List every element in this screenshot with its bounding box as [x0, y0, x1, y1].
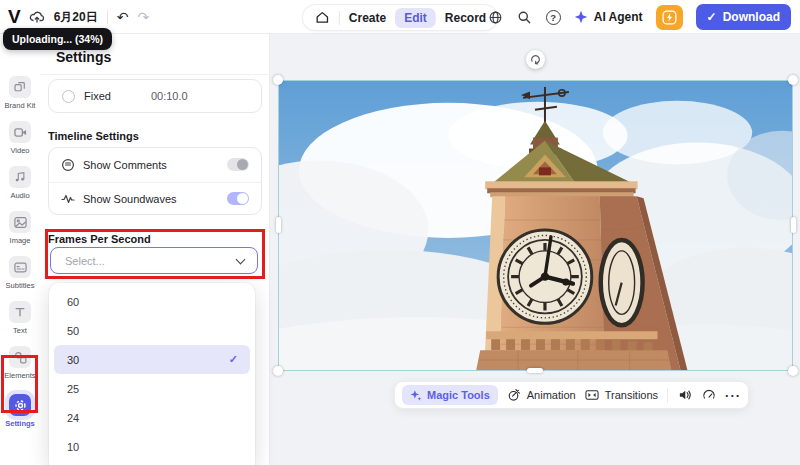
tab-create[interactable]: Create — [349, 11, 386, 25]
show-soundwaves-row[interactable]: Show Soundwaves — [49, 182, 261, 216]
rotate-handle[interactable] — [526, 50, 545, 69]
fps-option-10[interactable]: 10 — [49, 432, 255, 461]
editor-canvas[interactable]: Magic Tools Animation Transitions — [270, 34, 800, 465]
volume-icon[interactable] — [677, 388, 692, 403]
elements-icon — [9, 346, 31, 368]
bolt-icon — [662, 10, 677, 25]
sidebar-item-label: Audio — [10, 191, 29, 200]
show-soundwaves-label: Show Soundwaves — [83, 193, 227, 205]
app-logo[interactable]: V — [8, 6, 20, 28]
resize-handle-bottom-right[interactable] — [788, 366, 798, 376]
sidebar-item-elements[interactable]: Elements — [0, 346, 40, 380]
tab-record[interactable]: Record — [445, 11, 486, 25]
topbar-right-cluster: ? AI Agent ✓ Download — [488, 0, 791, 34]
video-frame[interactable] — [278, 80, 793, 371]
text-icon — [9, 301, 31, 323]
show-comments-row[interactable]: Show Comments — [49, 148, 261, 182]
brand-kit-icon — [9, 76, 31, 98]
magic-sparkle-icon — [410, 389, 422, 401]
download-label: Download — [723, 10, 780, 24]
resize-handle-left[interactable] — [276, 217, 281, 233]
sidebar-item-label: Video — [10, 146, 29, 155]
fps-option-30-label: 30 — [67, 354, 79, 366]
sidebar-item-label: Text — [13, 326, 27, 335]
element-toolbar: Magic Tools Animation Transitions — [394, 381, 749, 409]
redo-icon[interactable]: ↷ — [137, 10, 149, 24]
chevron-down-icon — [236, 254, 246, 264]
sidebar-item-audio[interactable]: Audio — [0, 166, 40, 200]
animation-icon — [507, 388, 522, 403]
tab-edit[interactable]: Edit — [395, 8, 436, 28]
uploading-tooltip: Uploading... (34%) — [3, 28, 112, 50]
fps-option-24[interactable]: 24 — [49, 403, 255, 432]
video-icon — [9, 121, 31, 143]
toggle-knob — [237, 193, 248, 204]
sidebar-item-text[interactable]: Text — [0, 301, 40, 335]
home-icon[interactable] — [314, 10, 330, 26]
more-options-button[interactable]: ··· — [725, 388, 741, 403]
cloud-upload-icon[interactable] — [29, 9, 45, 25]
resize-handle-right[interactable] — [791, 217, 796, 233]
clock-tower-image — [279, 81, 792, 370]
sidebar-item-subtitles[interactable]: Subtitles — [0, 256, 40, 290]
magic-tools-label: Magic Tools — [427, 389, 490, 401]
fps-heading: Frames Per Second — [48, 233, 151, 245]
search-icon[interactable] — [517, 9, 533, 25]
soundwave-icon — [61, 192, 75, 206]
sidebar-item-video[interactable]: Video — [0, 121, 40, 155]
panel-divider — [40, 74, 270, 75]
transitions-button[interactable]: Transitions — [585, 388, 658, 403]
transitions-icon — [585, 388, 600, 403]
sidebar-item-image[interactable]: Image — [0, 211, 40, 245]
fps-option-60[interactable]: 60 — [49, 287, 255, 316]
nav-divider — [339, 11, 340, 25]
subtitles-icon — [9, 256, 31, 278]
sidebar-item-label: Brand Kit — [5, 101, 36, 110]
sidebar-item-label: Settings — [5, 419, 35, 428]
fps-option-25[interactable]: 25 — [49, 374, 255, 403]
fixed-duration-value[interactable]: 00:10.0 — [151, 90, 188, 102]
fps-option-30[interactable]: 30 ✓ — [54, 345, 250, 374]
download-button[interactable]: ✓ Download — [696, 4, 791, 30]
ai-agent-button[interactable]: AI Agent — [574, 10, 643, 24]
fixed-radio[interactable] — [62, 90, 75, 103]
upgrade-button[interactable] — [656, 5, 683, 30]
magic-tools-button[interactable]: Magic Tools — [402, 385, 498, 405]
animation-button[interactable]: Animation — [507, 388, 576, 403]
top-bar: V 6月20日 ↶ ↷ Create Edit Record — [0, 0, 800, 34]
project-date[interactable]: 6月20日 — [54, 9, 98, 26]
image-icon — [9, 211, 31, 233]
sidebar-item-settings[interactable]: Settings — [0, 394, 40, 428]
sidebar-item-label: Elements — [4, 371, 35, 380]
resize-handle-top-left[interactable] — [273, 75, 283, 85]
help-icon[interactable]: ? — [546, 10, 561, 25]
duration-card: Fixed 00:10.0 — [48, 79, 262, 113]
toggle-knob — [237, 159, 248, 170]
show-soundwaves-toggle[interactable] — [227, 192, 249, 205]
check-icon: ✓ — [707, 10, 717, 24]
globe-icon[interactable] — [488, 9, 504, 25]
timeline-settings-card: Show Comments Show Soundwaves — [48, 147, 262, 215]
sidebar-item-label: Subtitles — [6, 281, 35, 290]
show-comments-toggle[interactable] — [227, 158, 249, 171]
sidebar: Brand Kit Video Audio Image — [0, 34, 40, 465]
timeline-settings-heading: Timeline Settings — [48, 130, 139, 142]
fps-dropdown-list: 60 50 30 ✓ 25 24 10 — [49, 283, 255, 465]
resize-handle-bottom[interactable] — [527, 368, 543, 373]
selected-check-icon: ✓ — [229, 353, 238, 366]
fps-select[interactable]: Select... — [50, 247, 258, 274]
sidebar-item-label: Image — [10, 236, 31, 245]
toolbar-divider — [667, 388, 668, 403]
sidebar-item-brand-kit[interactable]: Brand Kit — [0, 76, 40, 110]
ai-agent-label: AI Agent — [594, 10, 643, 24]
playback-speed-icon[interactable] — [701, 388, 716, 403]
topbar-divider — [107, 10, 108, 24]
show-comments-label: Show Comments — [83, 159, 227, 171]
resize-handle-bottom-left[interactable] — [273, 366, 283, 376]
comment-icon — [61, 158, 75, 172]
settings-gear-icon — [9, 394, 31, 416]
fps-option-50[interactable]: 50 — [49, 316, 255, 345]
sparkle-icon — [574, 10, 588, 24]
resize-handle-top-right[interactable] — [788, 75, 798, 85]
undo-icon[interactable]: ↶ — [117, 10, 129, 24]
